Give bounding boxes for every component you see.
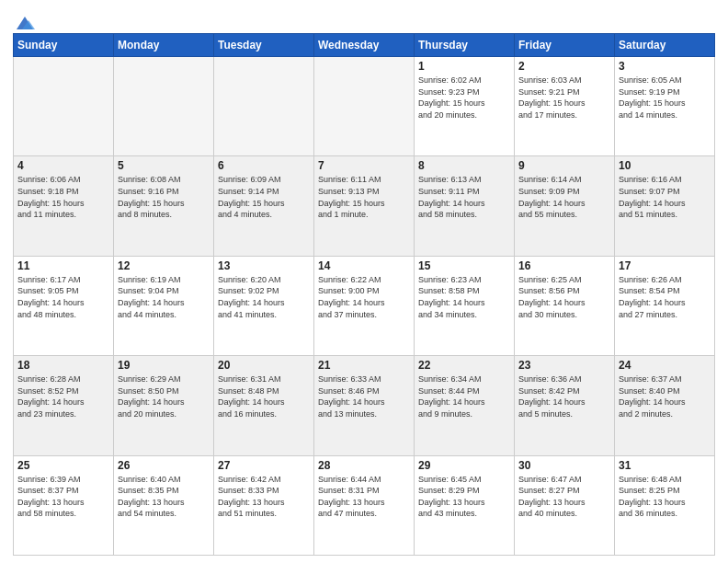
calendar-cell: 28Sunrise: 6:44 AM Sunset: 8:31 PM Dayli… xyxy=(314,455,415,555)
calendar-cell xyxy=(14,57,114,156)
col-header-friday: Friday xyxy=(515,34,615,57)
day-info: Sunrise: 6:42 AM Sunset: 8:33 PM Dayligh… xyxy=(218,474,310,520)
calendar-cell xyxy=(314,57,415,156)
day-number: 22 xyxy=(418,359,510,372)
day-info: Sunrise: 6:09 AM Sunset: 9:14 PM Dayligh… xyxy=(218,174,310,220)
day-info: Sunrise: 6:28 AM Sunset: 8:52 PM Dayligh… xyxy=(17,373,109,419)
calendar-cell: 13Sunrise: 6:20 AM Sunset: 9:02 PM Dayli… xyxy=(214,256,314,355)
calendar-cell: 30Sunrise: 6:47 AM Sunset: 8:27 PM Dayli… xyxy=(515,455,615,555)
calendar-cell: 22Sunrise: 6:34 AM Sunset: 8:44 PM Dayli… xyxy=(415,356,515,455)
calendar-cell: 10Sunrise: 6:16 AM Sunset: 9:07 PM Dayli… xyxy=(615,156,715,256)
calendar-cell: 9Sunrise: 6:14 AM Sunset: 9:09 PM Daylig… xyxy=(515,156,615,256)
calendar-cell: 20Sunrise: 6:31 AM Sunset: 8:48 PM Dayli… xyxy=(214,356,314,455)
day-number: 24 xyxy=(619,359,711,372)
col-header-monday: Monday xyxy=(114,34,214,57)
calendar-cell: 27Sunrise: 6:42 AM Sunset: 8:33 PM Dayli… xyxy=(214,455,314,555)
calendar: SundayMondayTuesdayWednesdayThursdayFrid… xyxy=(13,33,715,556)
day-info: Sunrise: 6:40 AM Sunset: 8:35 PM Dayligh… xyxy=(118,474,210,520)
day-number: 12 xyxy=(118,259,210,272)
calendar-cell: 4Sunrise: 6:06 AM Sunset: 9:18 PM Daylig… xyxy=(14,156,114,256)
day-number: 18 xyxy=(17,359,109,372)
calendar-cell: 7Sunrise: 6:11 AM Sunset: 9:13 PM Daylig… xyxy=(314,156,415,256)
day-number: 4 xyxy=(17,159,109,172)
col-header-wednesday: Wednesday xyxy=(314,34,415,57)
day-info: Sunrise: 6:25 AM Sunset: 8:56 PM Dayligh… xyxy=(518,274,610,320)
day-info: Sunrise: 6:47 AM Sunset: 8:27 PM Dayligh… xyxy=(518,474,610,520)
logo-icon xyxy=(15,13,35,33)
day-info: Sunrise: 6:29 AM Sunset: 8:50 PM Dayligh… xyxy=(118,373,210,419)
calendar-cell: 16Sunrise: 6:25 AM Sunset: 8:56 PM Dayli… xyxy=(515,256,615,355)
calendar-cell: 8Sunrise: 6:13 AM Sunset: 9:11 PM Daylig… xyxy=(415,156,515,256)
day-info: Sunrise: 6:34 AM Sunset: 8:44 PM Dayligh… xyxy=(418,373,510,419)
day-number: 26 xyxy=(118,459,210,472)
calendar-cell xyxy=(114,57,214,156)
logo xyxy=(13,13,35,29)
day-number: 6 xyxy=(218,159,310,172)
day-number: 27 xyxy=(218,459,310,472)
day-number: 5 xyxy=(118,159,210,172)
day-number: 3 xyxy=(619,60,711,73)
day-info: Sunrise: 6:13 AM Sunset: 9:11 PM Dayligh… xyxy=(418,174,510,220)
calendar-cell: 2Sunrise: 6:03 AM Sunset: 9:21 PM Daylig… xyxy=(515,57,615,156)
col-header-sunday: Sunday xyxy=(14,34,114,57)
col-header-thursday: Thursday xyxy=(415,34,515,57)
day-info: Sunrise: 6:31 AM Sunset: 8:48 PM Dayligh… xyxy=(218,373,310,419)
col-header-tuesday: Tuesday xyxy=(214,34,314,57)
day-info: Sunrise: 6:44 AM Sunset: 8:31 PM Dayligh… xyxy=(318,474,410,520)
day-info: Sunrise: 6:14 AM Sunset: 9:09 PM Dayligh… xyxy=(518,174,610,220)
calendar-cell: 11Sunrise: 6:17 AM Sunset: 9:05 PM Dayli… xyxy=(14,256,114,355)
day-info: Sunrise: 6:19 AM Sunset: 9:04 PM Dayligh… xyxy=(118,274,210,320)
day-number: 14 xyxy=(318,259,410,272)
calendar-cell: 24Sunrise: 6:37 AM Sunset: 8:40 PM Dayli… xyxy=(615,356,715,455)
col-header-saturday: Saturday xyxy=(615,34,715,57)
day-number: 8 xyxy=(418,159,510,172)
day-number: 16 xyxy=(518,259,610,272)
calendar-week-row: 1Sunrise: 6:02 AM Sunset: 9:23 PM Daylig… xyxy=(14,57,715,156)
day-number: 2 xyxy=(518,60,610,73)
calendar-cell: 15Sunrise: 6:23 AM Sunset: 8:58 PM Dayli… xyxy=(415,256,515,355)
calendar-cell: 1Sunrise: 6:02 AM Sunset: 9:23 PM Daylig… xyxy=(415,57,515,156)
day-info: Sunrise: 6:39 AM Sunset: 8:37 PM Dayligh… xyxy=(17,474,109,520)
day-info: Sunrise: 6:08 AM Sunset: 9:16 PM Dayligh… xyxy=(118,174,210,220)
day-number: 29 xyxy=(418,459,510,472)
day-number: 25 xyxy=(17,459,109,472)
day-info: Sunrise: 6:33 AM Sunset: 8:46 PM Dayligh… xyxy=(318,373,410,419)
day-info: Sunrise: 6:16 AM Sunset: 9:07 PM Dayligh… xyxy=(619,174,711,220)
day-number: 15 xyxy=(418,259,510,272)
day-number: 19 xyxy=(118,359,210,372)
day-number: 23 xyxy=(518,359,610,372)
day-info: Sunrise: 6:23 AM Sunset: 8:58 PM Dayligh… xyxy=(418,274,510,320)
day-number: 21 xyxy=(318,359,410,372)
calendar-week-row: 18Sunrise: 6:28 AM Sunset: 8:52 PM Dayli… xyxy=(14,356,715,455)
day-number: 20 xyxy=(218,359,310,372)
day-number: 10 xyxy=(619,159,711,172)
day-number: 7 xyxy=(318,159,410,172)
calendar-cell: 26Sunrise: 6:40 AM Sunset: 8:35 PM Dayli… xyxy=(114,455,214,555)
day-number: 1 xyxy=(418,60,510,73)
calendar-cell: 21Sunrise: 6:33 AM Sunset: 8:46 PM Dayli… xyxy=(314,356,415,455)
calendar-week-row: 4Sunrise: 6:06 AM Sunset: 9:18 PM Daylig… xyxy=(14,156,715,256)
day-number: 17 xyxy=(619,259,711,272)
day-info: Sunrise: 6:06 AM Sunset: 9:18 PM Dayligh… xyxy=(17,174,109,220)
calendar-cell: 12Sunrise: 6:19 AM Sunset: 9:04 PM Dayli… xyxy=(114,256,214,355)
day-info: Sunrise: 6:37 AM Sunset: 8:40 PM Dayligh… xyxy=(619,373,711,419)
day-info: Sunrise: 6:11 AM Sunset: 9:13 PM Dayligh… xyxy=(318,174,410,220)
calendar-cell: 14Sunrise: 6:22 AM Sunset: 9:00 PM Dayli… xyxy=(314,256,415,355)
calendar-cell: 29Sunrise: 6:45 AM Sunset: 8:29 PM Dayli… xyxy=(415,455,515,555)
calendar-cell xyxy=(214,57,314,156)
calendar-cell: 25Sunrise: 6:39 AM Sunset: 8:37 PM Dayli… xyxy=(14,455,114,555)
day-info: Sunrise: 6:20 AM Sunset: 9:02 PM Dayligh… xyxy=(218,274,310,320)
day-info: Sunrise: 6:26 AM Sunset: 8:54 PM Dayligh… xyxy=(619,274,711,320)
calendar-cell: 5Sunrise: 6:08 AM Sunset: 9:16 PM Daylig… xyxy=(114,156,214,256)
calendar-week-row: 11Sunrise: 6:17 AM Sunset: 9:05 PM Dayli… xyxy=(14,256,715,355)
calendar-cell: 23Sunrise: 6:36 AM Sunset: 8:42 PM Dayli… xyxy=(515,356,615,455)
calendar-week-row: 25Sunrise: 6:39 AM Sunset: 8:37 PM Dayli… xyxy=(14,455,715,555)
day-info: Sunrise: 6:05 AM Sunset: 9:19 PM Dayligh… xyxy=(619,75,711,121)
day-number: 13 xyxy=(218,259,310,272)
calendar-header-row: SundayMondayTuesdayWednesdayThursdayFrid… xyxy=(14,34,715,57)
calendar-cell: 19Sunrise: 6:29 AM Sunset: 8:50 PM Dayli… xyxy=(114,356,214,455)
calendar-cell: 17Sunrise: 6:26 AM Sunset: 8:54 PM Dayli… xyxy=(615,256,715,355)
page: SundayMondayTuesdayWednesdayThursdayFrid… xyxy=(0,0,728,563)
calendar-cell: 31Sunrise: 6:48 AM Sunset: 8:25 PM Dayli… xyxy=(615,455,715,555)
day-info: Sunrise: 6:22 AM Sunset: 9:00 PM Dayligh… xyxy=(318,274,410,320)
